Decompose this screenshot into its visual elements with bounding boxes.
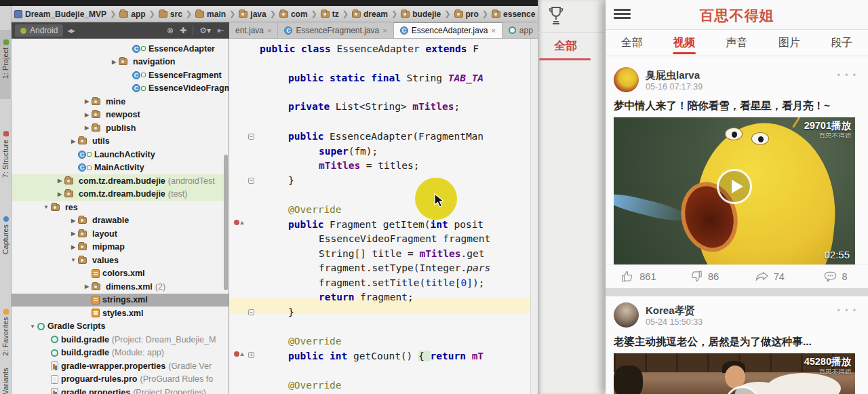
tree-item-mine[interactable]: ▶mine <box>12 95 229 109</box>
tree-item-gradle-wrapper-properties[interactable]: gradle-wrapper.properties(Gradle Ver <box>12 359 229 373</box>
breadcrumb-item[interactable]: com <box>279 9 308 19</box>
tree-item-res[interactable]: ▼res <box>12 201 229 214</box>
code-editor[interactable]: public class EssenceAdapter extends Fpub… <box>229 39 538 394</box>
post-more-icon[interactable]: • • • <box>837 71 857 80</box>
play-button[interactable] <box>717 169 752 204</box>
tree-item-essenceadapter[interactable]: CEssenceAdapter <box>12 42 229 56</box>
tree-expand-arrow[interactable]: ▶ <box>55 191 64 197</box>
tree-item-utils[interactable]: ▶utils <box>12 135 229 149</box>
tree-item-essencefragment[interactable]: CEssenceFragment <box>12 68 229 82</box>
breadcrumb-item[interactable]: tz <box>321 9 339 19</box>
tab-close-icon[interactable]: × <box>382 26 387 35</box>
phone-tab-图片[interactable]: 图片 <box>763 30 815 56</box>
toolwindow-tab-captures[interactable]: Captures <box>1 216 9 254</box>
tree-item-publish[interactable]: ▶publish <box>12 121 229 135</box>
tree-item-build-gradle[interactable]: build.gradle(Module: app) <box>12 347 229 360</box>
breadcrumb-item[interactable]: budejie <box>401 9 441 19</box>
toolwindow-tab-project[interactable]: 1: Project <box>1 39 9 79</box>
breadcrumb-item[interactable]: pro <box>454 9 479 19</box>
override-method-icon[interactable] <box>234 351 239 357</box>
tree-item-drawable[interactable]: ▶drawable <box>12 214 229 228</box>
tree-expand-arrow[interactable]: ▼ <box>28 323 37 330</box>
tree-item-launchactivity[interactable]: CLaunchActivity <box>12 148 229 161</box>
video-thumbnail[interactable]: 29701播放 百思不得姐 02:55 <box>614 117 855 264</box>
phone-tab-段子[interactable]: 段子 <box>816 30 868 56</box>
editor-tab-essencefragment-java[interactable]: CEssenceFragment.java× <box>278 22 393 38</box>
breadcrumb-item[interactable]: essence <box>492 9 535 19</box>
tree-expand-arrow[interactable]: ▶ <box>82 125 92 131</box>
trophy-icon[interactable] <box>547 5 565 26</box>
tree-expand-arrow[interactable]: ▶ <box>82 283 92 290</box>
tree-item-layout[interactable]: ▶layout <box>12 227 229 241</box>
tree-expand-arrow[interactable]: ▶ <box>55 178 64 184</box>
tree-item-com-tz-dream-budejie[interactable]: ▶com.tz.dream.budejie(test) <box>12 188 229 201</box>
tree-expand-arrow[interactable]: ▼ <box>41 204 51 210</box>
tree-item-colors-xml[interactable]: colors.xml <box>12 267 229 281</box>
tree-item-values[interactable]: ▼values <box>12 254 229 267</box>
tree-expand-arrow[interactable]: ▶ <box>82 112 92 118</box>
tree-item-com-tz-dream-budejie[interactable]: ▶com.tz.dream.budejie(androidTest <box>12 174 229 188</box>
hide-panel-icon[interactable]: ⇤ <box>217 26 224 35</box>
video-thumbnail[interactable]: 45280播放 百思不得姐 <box>614 353 855 394</box>
toolwindow-tab-favorites[interactable]: 2: Favorites <box>1 309 9 355</box>
tree-item-dimens-xml[interactable]: ▶dimens.xml(2) <box>12 280 229 294</box>
share-button[interactable]: 74 <box>737 269 803 283</box>
code-fold-icon[interactable]: − <box>248 178 254 184</box>
code-fold-icon[interactable]: − <box>248 309 254 315</box>
toolwindow-tab-variants[interactable]: Variants <box>1 368 9 394</box>
editor-tab-ent-java[interactable]: ent.java× <box>229 22 278 38</box>
tree-expand-arrow[interactable]: ▶ <box>68 244 78 250</box>
post-username[interactable]: 臭屁虫larva <box>646 69 700 82</box>
project-view-selector[interactable]: Android <box>15 24 63 37</box>
toolwindow-tab-structure[interactable]: 7: Structure <box>1 132 9 178</box>
editor-tab-app[interactable]: app <box>502 22 538 38</box>
tree-item-newpost[interactable]: ▶newpost <box>12 109 229 122</box>
collapse-all-icon[interactable]: ⊗ <box>167 26 174 35</box>
tab-close-icon[interactable]: × <box>491 26 495 35</box>
breadcrumb-item[interactable]: app <box>119 9 145 19</box>
settings-gear-icon[interactable]: ⚙▾ <box>199 26 211 35</box>
post-more-icon[interactable]: • • • <box>837 306 857 315</box>
tab-close-icon[interactable]: × <box>267 26 271 35</box>
tree-item-mainactivity[interactable]: CMainActivity <box>12 161 229 175</box>
dislike-button[interactable]: 86 <box>671 269 737 283</box>
code-fold-icon[interactable]: − <box>248 134 254 140</box>
breadcrumb-item[interactable]: dream <box>352 9 388 19</box>
gradle-icon <box>51 349 58 357</box>
tree-item-gradle-scripts[interactable]: ▼Gradle Scripts <box>12 320 229 334</box>
left-screen-tab-all[interactable]: 全部 <box>554 38 577 54</box>
code-fold-icon[interactable]: + <box>248 352 254 358</box>
tree-item-build-gradle[interactable]: build.gradle(Project: Dream_Budejie_M <box>12 333 229 347</box>
avatar[interactable] <box>614 67 639 92</box>
tree-item-essencevideofragm[interactable]: CEssenceVideoFragm <box>12 82 229 96</box>
editor-scrollbar[interactable] <box>530 39 538 394</box>
breadcrumb-item[interactable]: src <box>159 9 182 19</box>
tree-expand-arrow[interactable]: ▶ <box>109 59 119 65</box>
tree-expand-arrow[interactable]: ▶ <box>68 138 78 144</box>
tree-expand-arrow[interactable]: ▼ <box>68 257 78 263</box>
tree-scrollbar[interactable] <box>224 155 228 290</box>
tree-expand-arrow[interactable]: ▶ <box>68 231 78 237</box>
locate-file-icon[interactable]: ✚ <box>180 26 186 35</box>
tree-item-navigation[interactable]: ▶navigation <box>12 56 229 69</box>
tree-expand-arrow[interactable]: ▶ <box>82 98 92 104</box>
comment-button[interactable]: 8 <box>802 269 868 283</box>
expand-collapse-arrows-icon[interactable]: ◀▶ <box>67 28 74 34</box>
editor-tab-essenceadapter-java[interactable]: CEssenceAdapter.java× <box>394 22 502 38</box>
post-username[interactable]: Korea孝贤 <box>646 304 695 317</box>
tree-item-strings-xml[interactable]: strings.xml <box>12 294 229 307</box>
like-button[interactable]: 861 <box>606 269 671 283</box>
breadcrumb-item[interactable]: main <box>195 9 226 19</box>
tree-item-styles-xml[interactable]: styles.xml <box>12 307 229 320</box>
tree-item-mipmap[interactable]: ▶mipmap <box>12 241 229 254</box>
tree-item-proguard-rules-pro[interactable]: proguard-rules.pro(ProGuard Rules fo <box>12 373 229 387</box>
breadcrumb-item[interactable]: Dream_Budejie_MVP <box>14 9 106 19</box>
breadcrumb-item[interactable]: java <box>239 9 266 19</box>
phone-tab-视频[interactable]: 视频 <box>658 30 710 56</box>
override-method-icon[interactable] <box>234 220 239 225</box>
tree-expand-arrow[interactable]: ▶ <box>68 218 78 224</box>
phone-tab-全部[interactable]: 全部 <box>606 30 658 56</box>
avatar[interactable] <box>614 302 639 328</box>
phone-tab-声音[interactable]: 声音 <box>711 30 763 56</box>
tree-item-gradle-properties[interactable]: gradle.properties(Project Properties) <box>12 386 229 394</box>
